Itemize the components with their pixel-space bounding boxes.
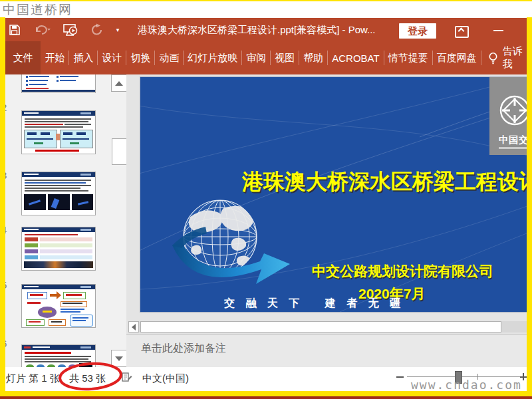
tab-insert[interactable]: 插入 — [69, 41, 97, 74]
save-icon[interactable] — [8, 23, 21, 37]
slide-organization-text[interactable]: 中交公路规划设计院有限公司 — [312, 262, 493, 281]
tab-help[interactable]: 帮助 — [299, 41, 327, 74]
tab-slideshow[interactable]: 幻灯片放映 — [184, 41, 241, 74]
logo-subtext-line — [499, 147, 528, 149]
horizontal-scrollbar — [126, 320, 532, 334]
frame-bottom — [0, 391, 532, 396]
slide-editor-workspace: 港珠澳大桥深水区桥梁工程设计 中交公路规划设计院有限公司 2020年7月 交 融… — [126, 74, 532, 320]
document-title: 港珠澳大桥深水区桥梁工程设计.ppt[兼容模式] - Pow... — [138, 23, 397, 37]
red-circle-annotation — [57, 361, 124, 392]
slide-title-text[interactable]: 港珠澳大桥深水区桥梁工程设计 — [242, 168, 532, 197]
redo-icon[interactable] — [89, 23, 105, 37]
slide-indicator: 灯片 第 1 张 — [6, 372, 60, 385]
tab-separator — [481, 51, 481, 65]
slide-slogan-text: 交 融 天 下 建 者 无 疆 — [224, 297, 404, 311]
top-strip — [0, 0, 532, 18]
slideshow-from-start-icon[interactable] — [63, 23, 80, 37]
slide-thumbnail-4[interactable] — [21, 227, 96, 271]
scroll-left-icon — [132, 324, 136, 331]
undo-icon[interactable] — [33, 23, 52, 37]
scroll-down-icon — [115, 356, 123, 361]
slide-thumbnail-3[interactable] — [21, 172, 96, 215]
language-indicator[interactable]: 中文(中国) — [142, 372, 189, 385]
ribbon-tab-bar: 文件 开始 插入 设计 切换 动画 幻灯片放映 审阅 视图 帮助 ACROBAT… — [0, 41, 532, 76]
tab-design[interactable]: 设计 — [98, 41, 126, 74]
company-logo-box: 中国交建 — [489, 77, 532, 155]
tab-storyboard[interactable]: 情节提要 — [384, 41, 432, 74]
frame-top — [0, 0, 532, 1]
tab-transitions[interactable]: 切换 — [126, 41, 154, 74]
login-button[interactable]: 登录 — [399, 23, 436, 39]
slide-thumbnail-2[interactable] — [21, 110, 96, 154]
slide-thumbnail-5[interactable] — [21, 284, 96, 328]
notes-pane[interactable]: 单击此处添加备注 — [126, 334, 532, 368]
minimize-icon[interactable] — [493, 30, 503, 31]
scroll-up-icon — [115, 81, 123, 86]
tell-me-group[interactable]: 告诉我 — [488, 41, 532, 74]
tab-animations[interactable]: 动画 — [155, 41, 183, 74]
notes-placeholder[interactable]: 单击此处添加备注 — [141, 342, 226, 356]
slide-thumbnail-panel: 2 3 4 5 6 — [0, 74, 127, 367]
tab-acrobat[interactable]: ACROBAT — [328, 41, 383, 74]
frame-left — [0, 17, 5, 396]
customize-qat-icon[interactable]: ▾ — [113, 23, 122, 37]
horizontal-scrollbar-thumb[interactable] — [140, 321, 501, 332]
thumbnails-scrollbar-thumb[interactable] — [112, 138, 127, 165]
lightbulb-icon — [488, 52, 498, 65]
tab-file[interactable]: 文件 — [5, 41, 41, 74]
frame-right — [527, 17, 532, 396]
ribbon-display-options-icon[interactable] — [455, 26, 469, 38]
tab-home[interactable]: 开始 — [41, 41, 68, 74]
globe-graphic — [154, 187, 293, 313]
tab-review[interactable]: 审阅 — [242, 41, 270, 74]
slide-thumbnail-1[interactable] — [21, 74, 96, 93]
scroll-left-button[interactable] — [128, 321, 139, 332]
frame-base — [0, 396, 532, 399]
site-watermark-bottom: www.cndao.com — [411, 378, 522, 392]
zoom-in-button-v — [523, 373, 524, 380]
zoom-out-button[interactable] — [396, 376, 404, 378]
slide-canvas[interactable]: 港珠澳大桥深水区桥梁工程设计 中交公路规划设计院有限公司 2020年7月 交 融… — [140, 76, 532, 313]
zoom-slider-track[interactable] — [407, 376, 520, 377]
tab-view[interactable]: 视图 — [271, 41, 299, 74]
tab-baidu-netdisk[interactable]: 百度网盘 — [433, 41, 481, 74]
thumbnails-scroll-up-button[interactable] — [111, 74, 127, 92]
app-window: 中国道桥网 ▾ 港珠澳大桥深水区桥梁工程设计.ppt[兼容模式] - Pow..… — [0, 0, 532, 399]
site-watermark-top: 中国道桥网 — [3, 1, 72, 19]
